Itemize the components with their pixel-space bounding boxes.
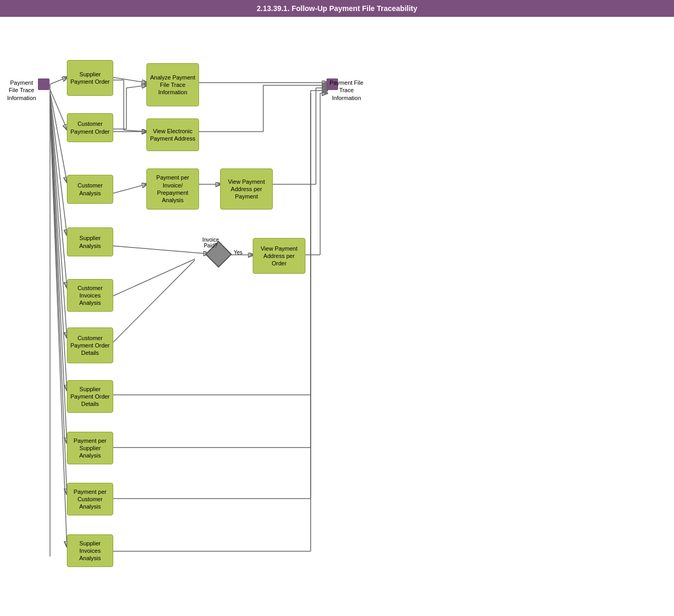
svg-line-6 xyxy=(50,103,67,390)
diagram-area: Payment File Trace Information Payment F… xyxy=(0,17,674,612)
svg-line-7 xyxy=(50,105,67,442)
svg-line-5 xyxy=(50,100,67,337)
customer-analysis-node[interactable]: Customer Analysis xyxy=(67,175,113,204)
payment-per-customer-analysis-node[interactable]: Payment per Customer Analysis xyxy=(67,483,113,515)
customer-payment-order-node[interactable]: Customer Payment Order xyxy=(67,113,113,142)
start-label: Payment File Trace Information xyxy=(5,79,38,102)
title-text: 2.13.39.1. Follow-Up Payment File Tracea… xyxy=(257,4,418,13)
svg-line-11 xyxy=(113,77,146,83)
customer-invoices-analysis-node[interactable]: Customer Invoices Analysis xyxy=(67,279,113,312)
svg-line-17 xyxy=(124,130,146,132)
svg-line-4 xyxy=(50,97,67,287)
supplier-payment-order-node[interactable]: Supplier Payment Order xyxy=(67,60,113,96)
end-label: Payment File Trace Information xyxy=(325,79,368,102)
supplier-invoices-analysis-node[interactable]: Supplier Invoices Analysis xyxy=(67,534,113,567)
svg-line-8 xyxy=(50,108,67,493)
view-electronic-payment-node[interactable]: View Electronic Payment Address xyxy=(146,118,199,151)
svg-line-23 xyxy=(113,184,146,193)
arrows-svg xyxy=(0,17,674,616)
invoice-paid-label: Invoice Paid? xyxy=(195,237,226,249)
supplier-analysis-node[interactable]: Supplier Analysis xyxy=(67,227,113,256)
title-bar: 2.13.39.1. Follow-Up Payment File Tracea… xyxy=(0,0,674,17)
svg-line-14 xyxy=(126,85,146,88)
svg-line-9 xyxy=(50,111,67,546)
view-payment-address-per-payment-node[interactable]: View Payment Address per Payment xyxy=(220,168,273,210)
view-payment-address-per-order-node[interactable]: View Payment Address per Order xyxy=(253,238,305,274)
yes-label: Yes xyxy=(234,250,242,255)
payment-per-invoice-node[interactable]: Payment per Invoice/ Prepayment Analysis xyxy=(146,168,199,210)
svg-line-2 xyxy=(50,92,67,182)
svg-line-28 xyxy=(113,246,208,254)
payment-per-supplier-analysis-node[interactable]: Payment per Supplier Analysis xyxy=(67,432,113,464)
svg-line-1 xyxy=(50,90,67,129)
start-node xyxy=(38,78,49,90)
svg-line-3 xyxy=(50,95,67,234)
svg-line-0 xyxy=(50,77,67,84)
analyze-payment-file-node[interactable]: Analyze Payment File Trace Information xyxy=(146,63,199,106)
supplier-payment-order-details-node[interactable]: Supplier Payment Order Details xyxy=(67,380,113,413)
customer-payment-order-details-node[interactable]: Customer Payment Order Details xyxy=(67,327,113,363)
svg-line-29 xyxy=(113,259,195,296)
svg-line-30 xyxy=(113,260,195,342)
